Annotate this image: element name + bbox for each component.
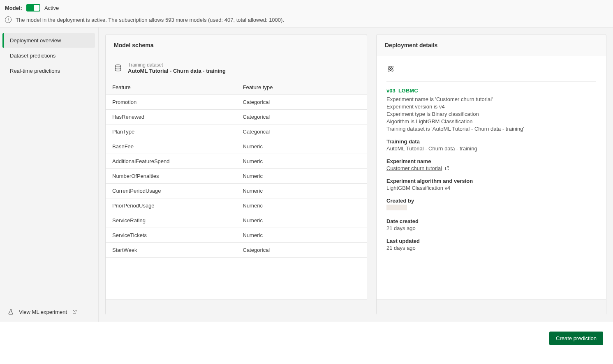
feature-cell: BaseFee xyxy=(106,139,236,154)
table-row: NumberOfPenaltiesNumeric xyxy=(106,169,367,184)
model-status-text: Active xyxy=(44,5,59,11)
table-row: StartWeekCategorical xyxy=(106,243,367,258)
model-active-toggle[interactable] xyxy=(26,4,40,12)
create-prediction-button[interactable]: Create prediction xyxy=(549,332,603,345)
table-row: PlanTypeCategorical xyxy=(106,124,367,139)
section-algorithm: Experiment algorithm and version LightGB… xyxy=(386,178,596,191)
feature-cell: ServiceRating xyxy=(106,213,236,228)
type-cell: Categorical xyxy=(236,243,367,257)
detail-line: Experiment name is 'Customer churn tutor… xyxy=(386,96,596,102)
detail-line: Experiment version is v4 xyxy=(386,104,596,110)
database-icon xyxy=(114,64,122,72)
section-label: Last updated xyxy=(386,238,596,244)
table-row: CurrentPeriodUsageNumeric xyxy=(106,184,367,198)
section-training-data: Training data AutoML Tutorial - Churn da… xyxy=(386,138,596,152)
detail-line: Experiment type is Binary classification xyxy=(386,111,596,117)
section-value: 21 days ago xyxy=(386,225,596,231)
schema-empty-area xyxy=(106,258,367,299)
feature-cell: HasRenewed xyxy=(106,110,236,124)
schema-table: Feature Feature type PromotionCategorica… xyxy=(106,80,367,258)
section-experiment-name: Experiment name Customer churn tutorial xyxy=(386,158,596,171)
model-schema-title: Model schema xyxy=(106,35,367,56)
model-label: Model: xyxy=(5,5,22,11)
main-wrap: Deployment overview Dataset predictions … xyxy=(0,28,613,322)
feature-cell: CurrentPeriodUsage xyxy=(106,184,236,198)
feature-cell: ServiceTickets xyxy=(106,228,236,242)
feature-cell: AdditionalFeatureSpend xyxy=(106,154,236,168)
table-row: PromotionCategorical xyxy=(106,95,367,110)
section-created-by: Created by xyxy=(386,198,596,212)
training-dataset-block: Training dataset AutoML Tutorial - Churn… xyxy=(106,56,367,80)
svg-point-0 xyxy=(115,65,120,67)
subscription-info-text: The model in the deployment is active. T… xyxy=(16,17,284,23)
flask-icon xyxy=(7,309,14,315)
col-type: Feature type xyxy=(236,80,367,94)
type-cell: Numeric xyxy=(236,139,367,154)
info-icon: i xyxy=(5,16,12,23)
table-row: ServiceTicketsNumeric xyxy=(106,228,367,243)
type-cell: Numeric xyxy=(236,184,367,198)
sidebar: Deployment overview Dataset predictions … xyxy=(0,28,99,322)
model-schema-panel: Model schema Training dataset AutoML Tut… xyxy=(105,34,367,315)
training-dataset-label: Training dataset xyxy=(128,62,226,68)
feature-cell: PlanType xyxy=(106,124,236,139)
external-link-icon xyxy=(444,166,449,171)
sidebar-item-deployment-overview[interactable]: Deployment overview xyxy=(2,33,95,48)
atom-icon xyxy=(386,65,596,74)
detail-line: Algorithm is LightGBM Classification xyxy=(386,118,596,124)
section-label: Date created xyxy=(386,218,596,224)
content-area: Model schema Training dataset AutoML Tut… xyxy=(99,28,613,322)
section-label: Created by xyxy=(386,198,596,204)
top-bar: Model: Active i The model in the deploym… xyxy=(0,0,613,28)
created-by-value xyxy=(386,205,407,210)
type-cell: Categorical xyxy=(236,124,367,139)
type-cell: Numeric xyxy=(236,169,367,183)
subscription-info-row: i The model in the deployment is active.… xyxy=(5,16,608,23)
external-link-icon xyxy=(72,309,77,314)
section-label: Training data xyxy=(386,138,596,145)
sidebar-item-dataset-predictions[interactable]: Dataset predictions xyxy=(2,48,95,63)
schema-table-header: Feature Feature type xyxy=(106,80,367,95)
deployment-details-title: Deployment details xyxy=(377,35,606,56)
svg-point-3 xyxy=(390,68,391,69)
table-row: HasRenewedCategorical xyxy=(106,110,367,124)
table-row: PriorPeriodUsageNumeric xyxy=(106,198,367,213)
sidebar-item-label: Dataset predictions xyxy=(10,53,56,59)
feature-cell: Promotion xyxy=(106,95,236,109)
experiment-name-link[interactable]: Customer churn tutorial xyxy=(386,165,596,171)
sidebar-item-label: Real-time predictions xyxy=(10,68,60,74)
footer-bar: Create prediction xyxy=(0,324,613,364)
section-label: Experiment name xyxy=(386,158,596,164)
section-value: LightGBM Classification v4 xyxy=(386,185,596,191)
schema-panel-footer xyxy=(106,299,367,315)
feature-cell: NumberOfPenalties xyxy=(106,169,236,183)
model-name: v03_LGBMC xyxy=(386,88,596,94)
type-cell: Categorical xyxy=(236,95,367,109)
deployment-details-panel: Deployment details v03_LGBMC Experiment … xyxy=(376,34,606,315)
sidebar-footer-label: View ML experiment xyxy=(19,309,67,315)
col-feature: Feature xyxy=(106,80,236,94)
sidebar-item-label: Deployment overview xyxy=(10,37,61,44)
sidebar-item-realtime-predictions[interactable]: Real-time predictions xyxy=(2,64,95,78)
training-dataset-name: AutoML Tutorial - Churn data - training xyxy=(128,68,226,74)
section-date-created: Date created 21 days ago xyxy=(386,218,596,231)
table-row: BaseFeeNumeric xyxy=(106,139,367,154)
type-cell: Categorical xyxy=(236,110,367,124)
feature-cell: PriorPeriodUsage xyxy=(106,198,236,213)
experiment-name-text: Customer churn tutorial xyxy=(386,165,442,171)
section-last-updated: Last updated 21 days ago xyxy=(386,238,596,251)
model-status-row: Model: Active xyxy=(5,4,608,12)
section-value: 21 days ago xyxy=(386,245,596,251)
sidebar-nav: Deployment overview Dataset predictions … xyxy=(0,28,98,302)
type-cell: Numeric xyxy=(236,198,367,213)
type-cell: Numeric xyxy=(236,213,367,228)
deployment-details-body: v03_LGBMC Experiment name is 'Customer c… xyxy=(377,56,606,299)
table-row: AdditionalFeatureSpendNumeric xyxy=(106,154,367,169)
detail-line: Training dataset is 'AutoML Tutorial - C… xyxy=(386,126,596,132)
type-cell: Numeric xyxy=(236,154,367,168)
section-label: Experiment algorithm and version xyxy=(386,178,596,184)
feature-cell: StartWeek xyxy=(106,243,236,257)
type-cell: Numeric xyxy=(236,228,367,242)
sidebar-footer-link[interactable]: View ML experiment xyxy=(0,302,98,322)
section-value: AutoML Tutorial - Churn data - training xyxy=(386,145,596,152)
